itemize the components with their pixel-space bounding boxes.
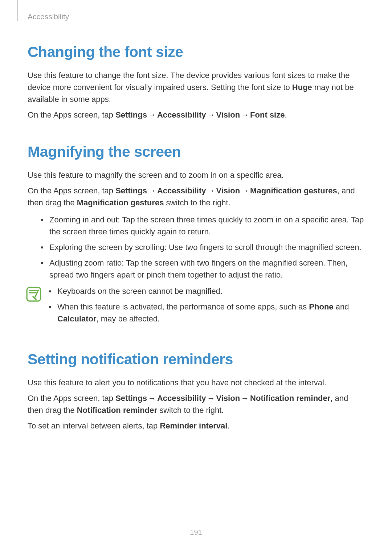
text: To set an interval between alerts, tap — [28, 421, 160, 430]
section-title-font-size: Changing the font size — [28, 44, 364, 61]
note-list: Keyboards on the screen cannot be magnif… — [49, 285, 364, 328]
magnify-path: On the Apps screen, tap Settings→Accessi… — [28, 185, 364, 209]
text: and — [334, 302, 349, 311]
arrow-icon: → — [147, 110, 157, 119]
section-title-magnify: Magnifying the screen — [28, 143, 364, 160]
arrow-icon: → — [240, 394, 250, 403]
text: On the Apps screen, tap — [28, 186, 115, 195]
note-block: Keyboards on the screen cannot be magnif… — [28, 285, 364, 328]
list-item: Keyboards on the screen cannot be magnif… — [49, 285, 364, 297]
text-bold: Vision — [216, 186, 240, 195]
arrow-icon: → — [147, 186, 157, 195]
font-size-path: On the Apps screen, tap Settings→Accessi… — [28, 109, 364, 121]
text: , may be affected. — [97, 314, 160, 323]
section-font-size: Changing the font size Use this feature … — [28, 44, 364, 121]
text-bold: Font size — [250, 110, 285, 119]
list-item: When this feature is activated, the perf… — [49, 301, 364, 325]
note-icon — [26, 287, 41, 302]
text-bold: Vision — [216, 394, 240, 403]
section-title-reminders: Setting notification reminders — [28, 351, 364, 368]
text: switch to the right. — [164, 198, 230, 207]
text-bold: Magnification gestures — [250, 186, 337, 195]
section-reminders: Setting notification reminders Use this … — [28, 351, 364, 432]
page-header: Accessibility — [0, 0, 392, 21]
font-size-intro: Use this feature to change the font size… — [28, 69, 364, 105]
page-number: 191 — [0, 528, 392, 537]
arrow-icon: → — [206, 394, 216, 403]
list-item: Exploring the screen by scrolling: Use t… — [41, 241, 364, 253]
arrow-icon: → — [206, 186, 216, 195]
text: On the Apps screen, tap — [28, 110, 115, 119]
reminders-intro: Use this feature to alert you to notific… — [28, 377, 364, 389]
text-bold: Accessibility — [157, 110, 206, 119]
text: When this feature is activated, the perf… — [57, 302, 309, 311]
text-bold: Settings — [115, 394, 147, 403]
text: . — [227, 421, 229, 430]
magnify-bullet-list: Zooming in and out: Tap the screen three… — [28, 214, 364, 281]
svg-rect-0 — [27, 287, 41, 301]
text: On the Apps screen, tap — [28, 394, 115, 403]
text-bold-phone: Phone — [309, 302, 333, 311]
section-magnify: Magnifying the screen Use this feature t… — [28, 143, 364, 328]
text-bold-calculator: Calculator — [57, 314, 97, 323]
header-accent-line — [17, 0, 18, 21]
text-bold: Notification reminder — [77, 406, 157, 415]
breadcrumb: Accessibility — [28, 12, 392, 21]
text-bold-reminder-interval: Reminder interval — [160, 421, 227, 430]
text-bold: Settings — [115, 110, 147, 119]
text-bold: Notification reminder — [250, 394, 330, 403]
arrow-icon: → — [206, 110, 216, 119]
text-bold: Magnification gestures — [77, 198, 164, 207]
page-content: Changing the font size Use this feature … — [0, 44, 392, 432]
reminders-interval: To set an interval between alerts, tap R… — [28, 420, 364, 432]
text: switch to the right. — [157, 406, 224, 415]
list-item: Zooming in and out: Tap the screen three… — [41, 214, 364, 238]
magnify-intro: Use this feature to magnify the screen a… — [28, 169, 364, 181]
arrow-icon: → — [240, 110, 250, 119]
text-bold: Accessibility — [157, 394, 206, 403]
text-bold-huge: Huge — [292, 83, 312, 92]
text-bold: Vision — [216, 110, 240, 119]
arrow-icon: → — [240, 186, 250, 195]
text-bold: Accessibility — [157, 186, 206, 195]
reminders-path: On the Apps screen, tap Settings→Accessi… — [28, 392, 364, 416]
arrow-icon: → — [147, 394, 157, 403]
text: . — [285, 110, 287, 119]
list-item: Adjusting zoom ratio: Tap the screen wit… — [41, 257, 364, 281]
text-bold: Settings — [115, 186, 147, 195]
